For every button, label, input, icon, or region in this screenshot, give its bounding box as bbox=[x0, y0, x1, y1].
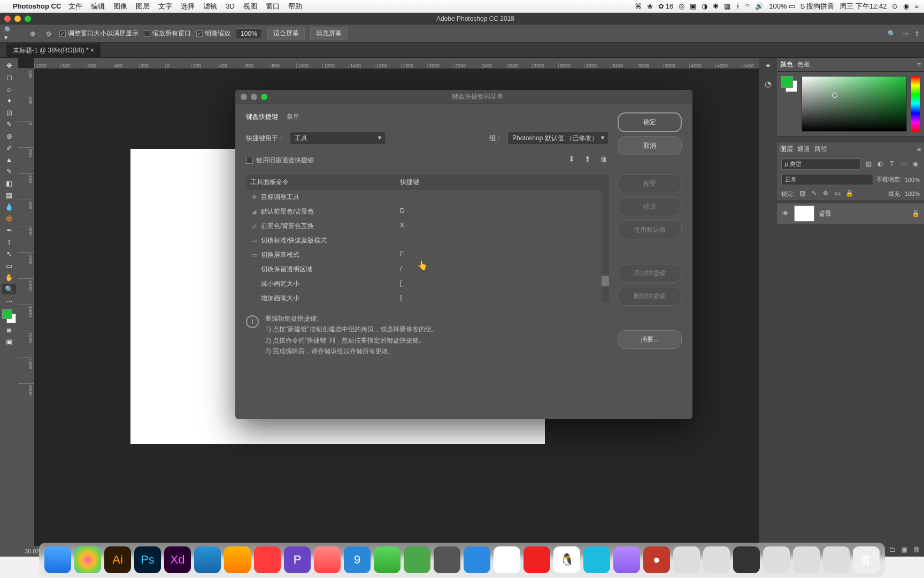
crop-tool[interactable]: ⊡ bbox=[2, 107, 16, 118]
scrollbar[interactable] bbox=[602, 190, 609, 302]
dock-app[interactable] bbox=[464, 546, 490, 573]
tab-menus[interactable]: 菜单 bbox=[287, 112, 299, 121]
blend-mode-select[interactable]: 正常 bbox=[781, 174, 873, 185]
zoom-tool-icon[interactable]: 🔍▾ bbox=[4, 28, 15, 39]
menubar-icon[interactable]: ▦ bbox=[724, 2, 730, 10]
ime-icon[interactable]: S 搜狗拼音 bbox=[800, 2, 835, 11]
menu-edit[interactable]: 编辑 bbox=[91, 2, 105, 11]
notifications-icon[interactable]: ✿ 16 bbox=[658, 2, 673, 10]
zoom-tool[interactable]: 🔍 bbox=[2, 284, 16, 294]
use-default-button[interactable]: 使用默认值 bbox=[618, 220, 682, 239]
menubar-icon[interactable]: ◎ bbox=[679, 2, 684, 10]
layer-name[interactable]: 背景 bbox=[819, 209, 831, 218]
dock-app[interactable] bbox=[673, 546, 700, 573]
tab-swatches[interactable]: 色板 bbox=[797, 60, 810, 69]
scrollbar-thumb[interactable] bbox=[602, 276, 609, 286]
accept-button[interactable]: 接受 bbox=[618, 174, 682, 193]
menu-image[interactable]: 图像 bbox=[113, 2, 127, 11]
lock-icon[interactable]: 🔒 bbox=[912, 210, 920, 217]
tab-channels[interactable]: 通道 bbox=[797, 144, 810, 154]
battery-icon[interactable]: 100% ▭ bbox=[769, 2, 795, 10]
panel-menu-icon[interactable]: ≡ bbox=[917, 146, 921, 153]
undo-button[interactable]: 还原 bbox=[618, 197, 682, 216]
menu-filter[interactable]: 滤镜 bbox=[203, 2, 217, 11]
trash-icon[interactable]: 🗑 bbox=[913, 545, 920, 553]
lock-icon[interactable]: ▭ bbox=[833, 189, 842, 198]
fill-screen-button[interactable]: 填充屏幕 bbox=[310, 27, 348, 40]
dock-app[interactable] bbox=[224, 546, 251, 573]
bluetooth-icon[interactable]: ᚼ bbox=[736, 2, 740, 10]
minimize-button[interactable] bbox=[14, 16, 21, 22]
dock-app[interactable] bbox=[434, 546, 460, 573]
dodge-tool[interactable]: 🔅 bbox=[2, 213, 16, 224]
delete-shortcut-button[interactable]: 删除快捷键 bbox=[618, 287, 682, 306]
shortcut-row[interactable]: ◪默认前景色/背景色D bbox=[246, 204, 609, 219]
ok-button[interactable]: 确定 bbox=[618, 112, 682, 132]
collapsed-panel-icon[interactable]: ◔ bbox=[763, 79, 773, 90]
path-tool[interactable]: ↖ bbox=[2, 248, 16, 259]
dock-app[interactable] bbox=[793, 546, 820, 573]
shortcut-row[interactable]: ✥目标调整工具 bbox=[246, 190, 609, 204]
dock-app[interactable] bbox=[613, 546, 640, 573]
blur-tool[interactable]: 💧 bbox=[2, 201, 16, 212]
panel-menu-icon[interactable]: ≡ bbox=[917, 61, 921, 69]
move-tool[interactable]: ✥ bbox=[2, 60, 16, 71]
stamp-tool[interactable]: ▲ bbox=[2, 154, 16, 165]
scrubby-zoom-checkbox[interactable]: ✓细微缩放 bbox=[196, 29, 230, 38]
color-swatch-pair[interactable] bbox=[781, 76, 797, 92]
shortcut-row[interactable]: 减小画笔大小[ bbox=[246, 277, 609, 291]
collapsed-panel-icon[interactable]: ✦ bbox=[763, 61, 773, 72]
frame-icon[interactable]: ▭ bbox=[902, 30, 908, 37]
filter-icon[interactable]: ▧ bbox=[864, 160, 873, 169]
tab-color[interactable]: 颜色 bbox=[780, 60, 793, 69]
cancel-button[interactable]: 取消 bbox=[618, 136, 682, 155]
dock-app[interactable]: Xd bbox=[164, 546, 191, 573]
menu-window[interactable]: 窗口 bbox=[266, 2, 280, 11]
lock-icon[interactable]: ✥ bbox=[821, 189, 830, 198]
shortcut-row[interactable]: ⇄前景色/背景色互换X bbox=[246, 219, 609, 233]
filter-icon[interactable]: ◐ bbox=[876, 160, 884, 169]
shortcut-row[interactable]: ▭切换标准/快速蒙版模式 bbox=[246, 233, 609, 248]
layer-thumbnail[interactable] bbox=[794, 206, 814, 222]
shortcut-row[interactable]: 增加画笔大小] bbox=[246, 291, 609, 302]
visibility-icon[interactable]: 👁 bbox=[781, 210, 790, 217]
zoom-out-icon[interactable]: ⊖ bbox=[43, 28, 54, 39]
clock[interactable]: 周三 下午12:42 bbox=[840, 2, 887, 11]
app-name[interactable]: Photoshop CC bbox=[13, 2, 61, 10]
menu-help[interactable]: 帮助 bbox=[288, 2, 302, 11]
zoom-all-checkbox[interactable]: 缩放所有窗口 bbox=[144, 29, 191, 38]
lock-icon[interactable]: ▨ bbox=[798, 189, 806, 198]
color-picker[interactable] bbox=[802, 76, 907, 132]
legacy-checkbox[interactable]: 使用旧版通道快捷键 bbox=[246, 156, 314, 165]
dock-app[interactable] bbox=[823, 546, 850, 573]
menubar-icon[interactable]: ⌘ bbox=[635, 2, 642, 10]
eyedropper-tool[interactable]: ✎ bbox=[2, 119, 16, 130]
dock-app[interactable]: 🐧 bbox=[553, 546, 580, 573]
dock-app[interactable] bbox=[583, 546, 610, 573]
save-set-icon[interactable]: ⬇ bbox=[566, 155, 577, 163]
search-icon[interactable]: 🔍 bbox=[888, 30, 896, 37]
zoom-in-icon[interactable]: ⊕ bbox=[27, 28, 38, 39]
marquee-tool[interactable]: ◻ bbox=[2, 72, 16, 82]
color-swatch[interactable] bbox=[2, 309, 16, 323]
new-layer-icon[interactable]: ▣ bbox=[901, 545, 907, 553]
menu-layer[interactable]: 图层 bbox=[136, 2, 150, 11]
shortcut-row[interactable]: ▭切换屏幕模式F bbox=[246, 248, 609, 262]
folder-icon[interactable]: 🗀 bbox=[889, 545, 896, 553]
shortcut-row[interactable]: 切换保留透明区域/ bbox=[246, 262, 609, 277]
pen-tool[interactable]: ✒ bbox=[2, 225, 16, 235]
wand-tool[interactable]: ✦ bbox=[2, 95, 16, 106]
filter-icon[interactable]: ◉ bbox=[911, 160, 920, 169]
shape-tool[interactable]: ▭ bbox=[2, 260, 16, 271]
layer-filter-select[interactable]: ρ 类型 bbox=[781, 158, 861, 170]
shortcuts-for-select[interactable]: 工具▾ bbox=[290, 132, 386, 145]
close-button[interactable] bbox=[4, 16, 11, 22]
filter-icon[interactable]: T bbox=[888, 160, 896, 169]
menubar-icon[interactable]: ❀ bbox=[647, 2, 653, 10]
dock-app[interactable]: Ai bbox=[104, 546, 131, 573]
dock-app[interactable] bbox=[314, 546, 341, 573]
menu-3d[interactable]: 3D bbox=[226, 2, 235, 10]
dock-app[interactable] bbox=[703, 546, 730, 573]
document-tab[interactable]: 未标题-1 @ 38%(RGB/8) * × bbox=[6, 43, 101, 58]
tab-shortcuts[interactable]: 键盘快捷键 bbox=[246, 112, 278, 121]
